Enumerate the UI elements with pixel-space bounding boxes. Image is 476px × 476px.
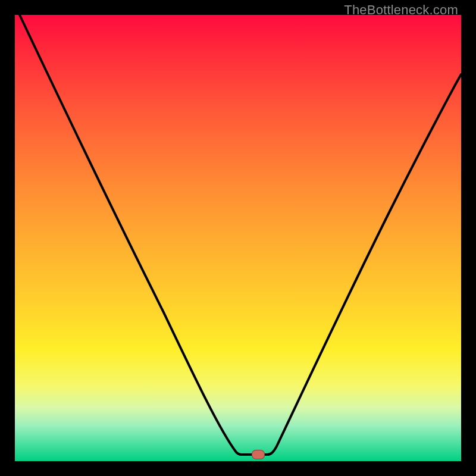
chart-stage: TheBottleneck.com [0,0,476,476]
curve-path [20,15,461,455]
bottleneck-curve [15,15,461,461]
optimal-point-marker [252,450,265,459]
